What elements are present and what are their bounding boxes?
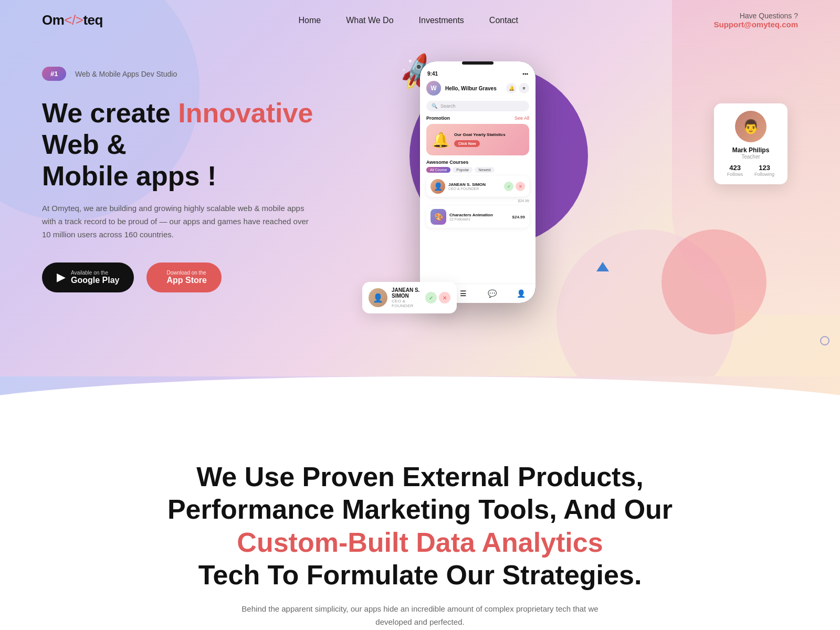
phone-nav-profile-icon[interactable]: 👤 <box>515 287 528 300</box>
phone-instructor-row: 👤 JANEAN S. SIMON CEO & FOUNDER ✓ ✕ <box>426 176 529 197</box>
instructor-role: CEO & FOUNDER <box>448 187 501 191</box>
instructor-name: JANEAN S. SIMON <box>448 182 501 187</box>
course-info: Characters Animation 22 Followers <box>449 213 509 221</box>
janean-accept-btn[interactable]: ✓ <box>425 292 437 303</box>
course-followers: 22 Followers <box>449 217 509 221</box>
section2-line1: We Use Proven External Products, <box>196 461 644 492</box>
mark-role: Teacher <box>721 154 780 160</box>
section2-subtext: Behind the apparent simplicity, our apps… <box>236 602 604 629</box>
phone-status-bar: 9:41 ▪▪▪ <box>420 67 536 78</box>
tab-newest[interactable]: Newest <box>475 167 494 173</box>
section2: We Use Proven External Products, Perform… <box>0 418 840 630</box>
notification-icon: 🔔 <box>506 83 517 93</box>
course-price: $24.99 <box>512 215 525 219</box>
section2-line2: Performance Marketing Tools, And Our <box>167 494 673 524</box>
phone-signal: ▪▪▪ <box>522 71 528 77</box>
hero-left: #1 Web & Mobile Apps Dev Studio We creat… <box>42 51 357 292</box>
tab-popular[interactable]: Popular <box>453 167 472 173</box>
instructor-accept-btn[interactable]: ✓ <box>504 182 513 191</box>
phone-nav-list-icon[interactable]: ☰ <box>457 287 470 300</box>
logo-bracket: </> <box>64 12 83 28</box>
section2-heading: We Use Proven External Products, Perform… <box>105 460 735 592</box>
nav-home[interactable]: Home <box>298 16 321 25</box>
janean-reject-btn[interactable]: ✕ <box>439 292 450 303</box>
nav-question-text: Have Questions ? <box>714 12 798 20</box>
mark-name: Mark Philips <box>721 146 780 154</box>
phone-greeting: Hello, Wilbur Graves <box>445 86 506 91</box>
phone-promo-card: 🔔 Our Goal Yearly Statistics Click Now <box>426 124 529 155</box>
nav-email[interactable]: Support@omyteq.com <box>714 20 798 29</box>
google-play-button[interactable]: ▶ Available on the Google Play <box>42 262 134 292</box>
course-title: Characters Animation <box>449 213 509 217</box>
nav-what-we-do[interactable]: What We Do <box>346 16 393 25</box>
instructor-reject-btn[interactable]: ✕ <box>516 182 525 191</box>
hero-heading-line1: We create <box>42 98 178 128</box>
nav-contact-info: Have Questions ? Support@omyteq.com <box>714 12 798 29</box>
courses-label: Awesome Courses <box>426 160 468 165</box>
blob-pink <box>662 229 766 334</box>
section2-line4: Tech To Formulate Our Strategies. <box>198 560 642 590</box>
phone-promotion-header: Promotion See All <box>420 113 536 122</box>
hero-section: Om</>teq Home What We Do Investments Con… <box>0 0 840 376</box>
instructor-avatar: 👤 <box>430 179 445 194</box>
google-play-text: Available on the Google Play <box>71 270 119 285</box>
course-thumbnail: 🎨 <box>430 209 446 225</box>
logo: Om</>teq <box>42 12 103 28</box>
mark-following-stat: 123 Following <box>754 164 774 177</box>
app-store-button[interactable]: Download on the App Store <box>146 262 221 292</box>
promo-text-block: Our Goal Yearly Statistics Click Now <box>454 132 524 146</box>
phone-time: 9:41 <box>427 71 438 77</box>
janean-info: JANEAN S. SIMON CEO & FOUNDER <box>392 287 421 308</box>
hero-subtext: At Omyteq, we are building and growing h… <box>42 202 315 241</box>
app-store-text: Download on the App Store <box>166 270 206 285</box>
instructor-actions: ✓ ✕ <box>504 182 525 191</box>
navbar: Om</>teq Home What We Do Investments Con… <box>0 0 840 40</box>
hero-heading-line3: Mobile apps ! <box>42 161 216 191</box>
janean-actions: ✓ ✕ <box>425 292 450 303</box>
filter-icon: ≡ <box>519 83 529 93</box>
cta-row: ▶ Available on the Google Play Download … <box>42 262 357 292</box>
hero-heading-highlight: Innovative <box>178 98 313 128</box>
phone-courses-header: Awesome Courses <box>420 158 536 166</box>
hero-heading-line2: Web & <box>42 129 127 160</box>
mark-follows-value: 423 <box>727 164 743 172</box>
mark-follows-stat: 423 Follows <box>727 164 743 177</box>
triangle-deco <box>596 262 609 271</box>
see-all-link[interactable]: See All <box>514 116 529 121</box>
janean-avatar: 👤 <box>369 288 387 307</box>
search-placeholder: Search <box>440 103 456 109</box>
mark-avatar: 👨 <box>735 111 766 142</box>
floating-card-janean: 👤 JANEAN S. SIMON CEO & FOUNDER ✓ ✕ <box>362 282 457 313</box>
phone-mockup: 9:41 ▪▪▪ W Hello, Wilbur Graves 🔔 ≡ 🔍 Se <box>420 61 536 303</box>
promo-click-button[interactable]: Click Now <box>454 140 480 147</box>
hero-badge: #1 <box>42 67 66 81</box>
tab-all-courses[interactable]: All Course <box>426 167 450 173</box>
phone-notch <box>462 61 494 65</box>
search-icon: 🔍 <box>432 103 437 109</box>
mark-follows-label: Follows <box>727 172 743 177</box>
phone-header-icons: 🔔 ≡ <box>506 83 529 93</box>
mark-stats: 423 Follows 123 Following <box>721 164 780 177</box>
janean-name: JANEAN S. SIMON <box>392 287 421 299</box>
hero-body: #1 Web & Mobile Apps Dev Studio We creat… <box>0 40 840 376</box>
nav-contact[interactable]: Contact <box>489 16 518 25</box>
phone-search-bar[interactable]: 🔍 Search <box>426 101 529 111</box>
instructor-info: JANEAN S. SIMON CEO & FOUNDER <box>448 182 501 191</box>
hero-badge-label: Web & Mobile Apps Dev Studio <box>75 70 177 78</box>
hero-heading: We create Innovative Web & Mobile apps ! <box>42 98 357 192</box>
nav-links: Home What We Do Investments Contact <box>298 16 518 25</box>
promotion-label: Promotion <box>426 116 450 121</box>
mark-following-value: 123 <box>754 164 774 172</box>
phone-nav-chat-icon[interactable]: 💬 <box>486 287 499 300</box>
hero-right: 🚀 9:41 ▪▪▪ W Hello, Wilbur Graves 🔔 <box>357 51 798 345</box>
nav-investments[interactable]: Investments <box>419 16 464 25</box>
phone-user-avatar: W <box>426 81 441 96</box>
google-play-icon: ▶ <box>57 270 66 284</box>
instructor-price: $24.99 <box>420 199 536 204</box>
janean-role: CEO & FOUNDER <box>392 299 421 308</box>
floating-card-mark: 👨 Mark Philips Teacher 423 Follows 123 F… <box>714 103 788 184</box>
promo-title: Our Goal Yearly Statistics <box>454 132 524 138</box>
promo-bell-icon: 🔔 <box>432 131 450 149</box>
mark-following-label: Following <box>754 172 774 177</box>
phone-course-item: 🎨 Characters Animation 22 Followers $24.… <box>426 206 529 228</box>
